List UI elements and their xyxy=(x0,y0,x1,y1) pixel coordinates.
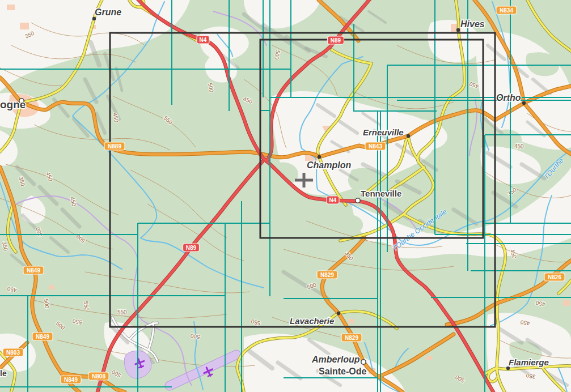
road-shield-label: N829 xyxy=(345,335,358,341)
road-shield: N849 xyxy=(61,376,81,384)
road-shield: N843 xyxy=(365,142,386,150)
town-dot xyxy=(318,155,321,159)
settlement-area xyxy=(426,356,432,360)
road-shield-label: N4 xyxy=(200,37,207,43)
town-dot xyxy=(522,101,526,105)
road-shield-label: N849 xyxy=(27,267,40,274)
road-shield: N834 xyxy=(496,6,517,14)
town-label: Grune xyxy=(95,7,121,17)
road-shield-label: N849 xyxy=(36,334,49,340)
road-shield-label: N89 xyxy=(331,37,341,44)
town-dot xyxy=(92,17,96,20)
road-shield-label: N829 xyxy=(320,272,334,278)
contour-label: 450 xyxy=(514,143,524,150)
town-ring xyxy=(356,198,360,203)
road-shield: N829 xyxy=(341,334,362,342)
settlement-area xyxy=(563,300,570,306)
town-label: Champlon xyxy=(307,160,351,170)
road-shield: N4 xyxy=(197,36,209,44)
road-shield-label: N4 xyxy=(329,197,337,203)
road-shield: N808 xyxy=(88,372,109,380)
town-label: Hives xyxy=(460,19,485,29)
map-viewport[interactable]: l'Ourthe Occidentalel'Ourthe350450550500… xyxy=(0,0,571,392)
road-shield-label: N849 xyxy=(64,377,78,383)
town-ring xyxy=(361,360,366,364)
map-canvas[interactable]: l'Ourthe Occidentalel'Ourthe350450550500… xyxy=(0,0,571,392)
road-shield: N826 xyxy=(544,273,565,281)
town-label: ogne xyxy=(0,99,26,110)
road-shield-label: N808 xyxy=(92,373,105,380)
road-shield: N829 xyxy=(317,271,337,279)
town-label: Sainte-Ode xyxy=(319,367,367,376)
road-shield: N849 xyxy=(23,266,44,274)
road-shield-label: N834 xyxy=(500,7,513,14)
town-label: Flamierge xyxy=(509,357,549,367)
road-shield: N849 xyxy=(32,333,53,340)
road-shield-label: N889 xyxy=(108,143,121,150)
town-label: Amberloup xyxy=(311,355,360,364)
town-dot xyxy=(456,28,460,32)
contour-label: 550 xyxy=(117,309,127,316)
road-shield-label: N803 xyxy=(6,350,20,356)
town-label: Ortho xyxy=(496,93,521,103)
contour-label: 500 xyxy=(43,299,50,309)
town-dot xyxy=(407,134,410,138)
town-label: Tenneville xyxy=(361,189,401,198)
road-shield-label: N843 xyxy=(369,143,382,150)
settlement-area xyxy=(49,285,54,289)
town-label: Lavacherie xyxy=(290,316,334,326)
settlement-area xyxy=(7,5,15,10)
contour-label: 550 xyxy=(83,301,90,311)
road-shield: N89 xyxy=(328,36,344,44)
town-dot xyxy=(337,312,340,315)
settlement-area xyxy=(20,23,29,29)
settlement-area xyxy=(348,319,354,323)
road-shield: N89 xyxy=(183,244,200,252)
road-shield-label: N826 xyxy=(548,274,561,280)
road-shield-label: N89 xyxy=(186,245,197,251)
road-shield: N4 xyxy=(327,196,339,204)
road-shield: N889 xyxy=(104,142,125,150)
town-label: Erneuville xyxy=(363,127,404,137)
town-label: le xyxy=(0,369,7,378)
road-shield: N803 xyxy=(3,348,23,356)
